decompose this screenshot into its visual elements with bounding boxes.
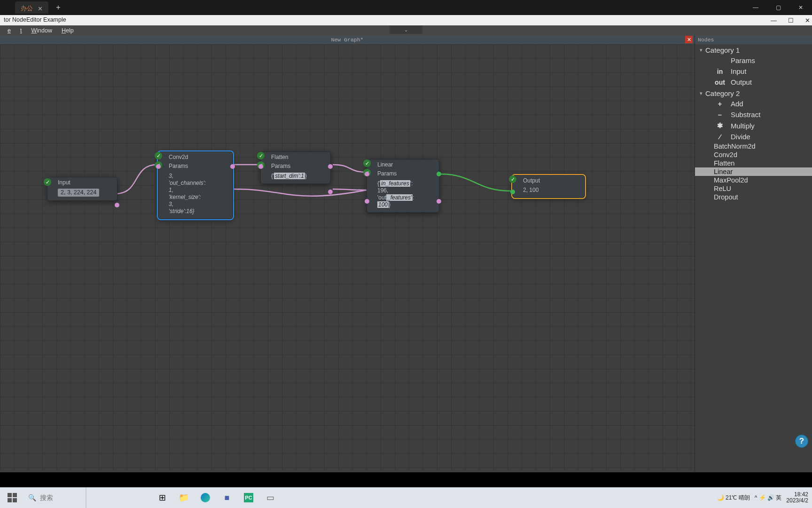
input-port[interactable] [365,172,369,176]
palette-item-multiply[interactable]: ✱Multiply [695,120,812,131]
output-port[interactable] [328,164,333,169]
category-item[interactable]: ▾Category 1 [695,44,812,55]
menu-help[interactable]: HHelpelp [57,26,78,35]
node-value: 2, 3, 224, 224 [58,189,99,197]
connection-wires [0,44,695,472]
input-port[interactable] [258,164,263,169]
palette-item-substract[interactable]: –Substract [695,109,812,120]
palette-item-relu[interactable]: ReLU [695,184,812,193]
new-tab-button[interactable]: + [51,0,65,15]
window-maximize-button[interactable]: ▢ [767,0,789,15]
file-explorer-icon[interactable]: 📁 [173,487,195,508]
workspace: New Graph* ✕ ✓Input 2, 3, 224, 224 ✓Conv… [0,36,812,472]
divider [86,487,86,508]
menubar: e t WWindowindow HHelpelp ⌄ [0,25,812,36]
tab-item[interactable]: 办公 ✕ [15,1,48,14]
in-icon: in [714,68,726,75]
svg-rect-0 [8,493,12,497]
start-button[interactable] [0,487,24,508]
palette-item-add[interactable]: +Add [695,98,812,109]
palette-item-batchnorm2d[interactable]: BatchNorm2d [695,142,812,151]
node-linear[interactable]: ✓Linear ✓Params {'in_features': 196, 'ou… [367,159,439,213]
node-palette-panel: Nodes ▾Category 1 Params inInput outOutp… [695,36,812,472]
node-flatten[interactable]: ✓Flatten ✓Params {'start_dim':1} [260,151,331,184]
window-minimize-button[interactable]: — [744,0,767,15]
taskbar: 🔍 ⊞ 📁 ■ PC ▭ 🌙 21℃ 晴朗 ^ ⚡ 🔊 英 18:42 2023… [0,487,812,508]
tray-icons[interactable]: ^ ⚡ 🔊 英 [755,494,782,502]
node-subtitle: Params [377,170,397,177]
menu-edit[interactable]: t [16,26,26,35]
node-output[interactable]: ✓Output 2, 100 [512,175,585,198]
chevron-down-icon: ▾ [700,47,703,53]
node-title: Linear [377,161,393,168]
category-label: Category 1 [705,46,740,54]
search-input[interactable] [40,494,82,501]
input-port[interactable] [365,199,369,204]
menu-window[interactable]: WWindowindow [26,26,56,35]
window-maximize-button[interactable]: ☐ [788,17,794,24]
window-close-button[interactable]: ✕ [789,0,812,15]
asterisk-icon: ✱ [714,121,726,130]
dropdown-handle[interactable]: ⌄ [390,25,422,34]
node-title: Conv2d [169,154,188,160]
node-title: Output [523,177,540,184]
palette-item-input[interactable]: inInput [695,66,812,77]
svg-rect-1 [13,493,17,497]
node-body[interactable]: {'in_features': 196, 'out_features': 100… [367,178,439,212]
search-icon: 🔍 [28,494,36,501]
palette-item-output[interactable]: outOutput [695,77,812,87]
app-title: tor NodeEditor Example [4,16,66,23]
node-subtitle: Params [169,163,188,169]
node-input[interactable]: ✓Input 2, 3, 224, 224 [47,177,117,201]
palette-item-flatten[interactable]: Flatten [695,159,812,167]
app-titlebar: tor NodeEditor Example — ☐ ✕ [0,15,812,25]
node-value: 2, 100 [523,187,539,193]
palette-item-linear[interactable]: Linear [695,167,812,176]
output-port[interactable] [437,199,441,204]
input-port[interactable] [156,164,161,169]
svg-rect-3 [13,498,17,502]
node-title: Flatten [271,154,289,160]
help-button[interactable]: ? [795,435,808,448]
window-close-button[interactable]: ✕ [805,17,810,24]
close-icon[interactable]: ✕ [38,5,43,12]
node-body[interactable]: {'start_dim':1} [261,171,330,183]
output-port[interactable] [328,190,333,194]
svg-rect-2 [8,498,12,502]
palette-item-maxpool2d[interactable]: MaxPool2d [695,176,812,184]
taskbar-search[interactable]: 🔍 [24,489,90,507]
output-port[interactable] [437,172,441,176]
menu-file[interactable]: e [3,26,16,35]
close-icon[interactable]: ✕ [685,36,693,43]
task-view-button[interactable]: ⊞ [151,487,173,508]
node-canvas[interactable]: New Graph* ✕ ✓Input 2, 3, 224, 224 ✓Conv… [0,36,695,472]
pycharm-icon[interactable]: PC [238,487,259,508]
output-port[interactable] [230,164,235,169]
clock-date: 2023/4/2 [786,498,808,504]
category-label: Category 2 [705,89,740,97]
input-port[interactable] [510,190,515,194]
check-icon: ✓ [44,178,51,186]
palette-item-dropout[interactable]: Dropout [695,193,812,201]
node-body[interactable]: 3, 'out_channels': 1, 'kernel_size': 3, … [158,171,233,219]
out-icon: out [714,79,726,86]
clock[interactable]: 18:42 2023/4/2 [786,492,808,504]
minus-icon: – [714,111,726,119]
check-icon: ✓ [155,152,162,159]
window-minimize-button[interactable]: — [771,17,777,24]
palette-item-conv2d[interactable]: Conv2d [695,151,812,159]
palette-item-divide[interactable]: ∕Divide [695,131,812,142]
category-item[interactable]: ▾Category 2 [695,87,812,98]
app-window-icon[interactable]: ▭ [259,487,281,508]
palette-item-params[interactable]: Params [695,55,812,66]
chevron-down-icon: ▾ [700,90,703,96]
edge-icon[interactable] [195,487,216,508]
app-icon[interactable]: ■ [216,487,238,508]
check-icon: ✓ [363,159,371,167]
output-port[interactable] [115,203,119,207]
tab-label: 办公 [21,4,33,13]
node-conv2d[interactable]: ✓Conv2d ✓Params 3, 'out_channels': 1, 'k… [158,151,233,219]
weather-widget[interactable]: 🌙 21℃ 晴朗 [717,494,750,502]
check-icon: ✓ [509,175,516,183]
titlebar-tabs: 办公 ✕ + — ▢ ✕ [0,0,812,15]
